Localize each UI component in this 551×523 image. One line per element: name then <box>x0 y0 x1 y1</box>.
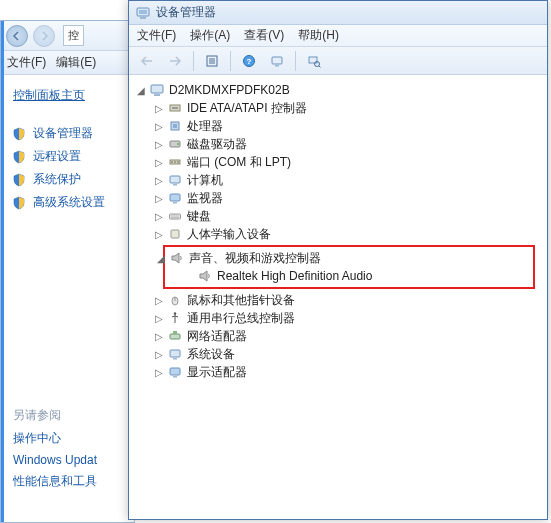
tree-category[interactable]: ▷人体学输入设备 <box>133 225 543 243</box>
svg-rect-23 <box>173 184 177 186</box>
tree-label: 处理器 <box>187 118 223 135</box>
menu-help[interactable]: 帮助(H) <box>298 27 339 44</box>
expand-icon[interactable]: ▷ <box>153 210 165 222</box>
tree-category[interactable]: ▷IDE ATA/ATAPI 控制器 <box>133 99 543 117</box>
usb-icon <box>167 310 183 326</box>
tree-label: 端口 (COM 和 LPT) <box>187 154 291 171</box>
tree-category[interactable]: ▷显示适配器 <box>133 363 543 381</box>
tree-category[interactable]: ▷处理器 <box>133 117 543 135</box>
toolbar-scan-button[interactable] <box>302 50 326 72</box>
tree-label: 声音、视频和游戏控制器 <box>189 250 321 267</box>
forward-button[interactable] <box>33 25 55 47</box>
device-tree[interactable]: ◢ D2MKDMXFPDFK02B ▷IDE ATA/ATAPI 控制器 ▷处理… <box>129 75 547 519</box>
keyboard-icon <box>167 208 183 224</box>
expand-icon[interactable]: ▷ <box>153 156 165 168</box>
list-icon <box>205 54 219 68</box>
tree-label: 磁盘驱动器 <box>187 136 247 153</box>
toolbar-detail-button[interactable] <box>200 50 224 72</box>
tree-label: 人体学输入设备 <box>187 226 271 243</box>
back-menu-bar: 文件(F) 编辑(E) <box>1 51 134 75</box>
menu-bar: 文件(F) 操作(A) 查看(V) 帮助(H) <box>129 25 547 47</box>
expand-icon[interactable]: ▷ <box>153 330 165 342</box>
tree-category[interactable]: ▷监视器 <box>133 189 543 207</box>
link-action-center[interactable]: 操作中心 <box>1 427 134 450</box>
tree-category[interactable]: ▷磁盘驱动器 <box>133 135 543 153</box>
speaker-icon <box>169 250 185 266</box>
tree-category[interactable]: ▷鼠标和其他指针设备 <box>133 291 543 309</box>
help-icon: ? <box>242 54 256 68</box>
expand-icon[interactable]: ▷ <box>153 120 165 132</box>
menu-edit[interactable]: 编辑(E) <box>56 54 96 71</box>
toolbar-help-button[interactable]: ? <box>237 50 261 72</box>
svg-rect-7 <box>275 65 279 67</box>
svg-rect-26 <box>170 214 181 219</box>
svg-rect-33 <box>173 358 177 360</box>
svg-point-19 <box>171 161 173 163</box>
accent-bar <box>1 21 4 522</box>
monitor-icon <box>167 190 183 206</box>
collapse-icon[interactable]: ◢ <box>155 252 167 264</box>
speaker-icon <box>197 268 213 284</box>
control-panel-window: 控 文件(F) 编辑(E) 控制面板主页 设备管理器 远程设置 系统保护 高级系… <box>0 20 135 523</box>
menu-file[interactable]: 文件(F) <box>137 27 176 44</box>
tree-category[interactable]: ▷系统设备 <box>133 345 543 363</box>
menu-action[interactable]: 操作(A) <box>190 27 230 44</box>
hid-icon <box>167 226 183 242</box>
svg-rect-6 <box>272 57 282 64</box>
expand-icon[interactable]: ▷ <box>153 138 165 150</box>
sidebar-item-protection[interactable]: 系统保护 <box>1 168 134 191</box>
sidebar-item-remote[interactable]: 远程设置 <box>1 145 134 168</box>
back-button[interactable] <box>6 25 28 47</box>
tree-category[interactable]: ▷通用串行总线控制器 <box>133 309 543 327</box>
tree-category[interactable]: ▷端口 (COM 和 LPT) <box>133 153 543 171</box>
menu-view[interactable]: 查看(V) <box>244 27 284 44</box>
toolbar-forward-button[interactable] <box>163 50 187 72</box>
expand-icon[interactable]: ▷ <box>153 174 165 186</box>
svg-rect-25 <box>173 202 177 204</box>
toolbar-separator <box>295 51 296 71</box>
tree-category-sound[interactable]: ◢声音、视频和游戏控制器 <box>155 249 533 267</box>
svg-rect-31 <box>173 331 177 334</box>
computer-icon <box>270 54 284 68</box>
tree-device-realtek[interactable]: ▷Realtek High Definition Audio <box>165 267 533 285</box>
tree-root[interactable]: ◢ D2MKDMXFPDFK02B <box>133 81 543 99</box>
expand-icon[interactable]: ▷ <box>153 312 165 324</box>
svg-rect-30 <box>170 334 180 339</box>
link-performance[interactable]: 性能信息和工具 <box>1 470 134 493</box>
sidebar-item-device-manager[interactable]: 设备管理器 <box>1 122 134 145</box>
toolbar-separator <box>230 51 231 71</box>
expand-icon[interactable]: ▷ <box>153 102 165 114</box>
tree-category[interactable]: ▷网络适配器 <box>133 327 543 345</box>
expand-icon[interactable]: ▷ <box>153 366 165 378</box>
tree-label: 网络适配器 <box>187 328 247 345</box>
svg-point-29 <box>174 312 176 314</box>
device-manager-window: 设备管理器 文件(F) 操作(A) 查看(V) 帮助(H) ? ◢ <box>128 0 548 520</box>
sidebar-item-label: 设备管理器 <box>33 125 93 142</box>
menu-file[interactable]: 文件(F) <box>7 54 46 71</box>
port-icon <box>167 154 183 170</box>
collapse-icon[interactable]: ◢ <box>135 84 147 96</box>
link-windows-update[interactable]: Windows Updat <box>1 450 134 470</box>
tree-label: 鼠标和其他指针设备 <box>187 292 295 309</box>
toolbar-properties-button[interactable] <box>265 50 289 72</box>
scan-icon <box>307 54 321 68</box>
svg-rect-13 <box>172 107 178 109</box>
highlight-box: ◢声音、视频和游戏控制器 ▷Realtek High Definition Au… <box>163 245 535 289</box>
address-fragment[interactable]: 控 <box>63 25 84 46</box>
svg-point-17 <box>177 143 179 145</box>
side-heading[interactable]: 控制面板主页 <box>1 83 134 108</box>
tree-category[interactable]: ▷键盘 <box>133 207 543 225</box>
svg-rect-15 <box>173 124 177 128</box>
toolbar-back-button[interactable] <box>135 50 159 72</box>
svg-rect-1 <box>139 10 147 14</box>
sidebar-item-advanced[interactable]: 高级系统设置 <box>1 191 134 214</box>
shield-icon <box>11 126 27 142</box>
sidebar-item-label: 系统保护 <box>33 171 81 188</box>
expand-icon[interactable]: ▷ <box>153 228 165 240</box>
expand-icon[interactable]: ▷ <box>153 192 165 204</box>
expand-icon[interactable]: ▷ <box>153 348 165 360</box>
tree-category[interactable]: ▷计算机 <box>133 171 543 189</box>
expand-icon[interactable]: ▷ <box>153 294 165 306</box>
svg-rect-35 <box>173 376 177 378</box>
svg-rect-34 <box>170 368 180 375</box>
